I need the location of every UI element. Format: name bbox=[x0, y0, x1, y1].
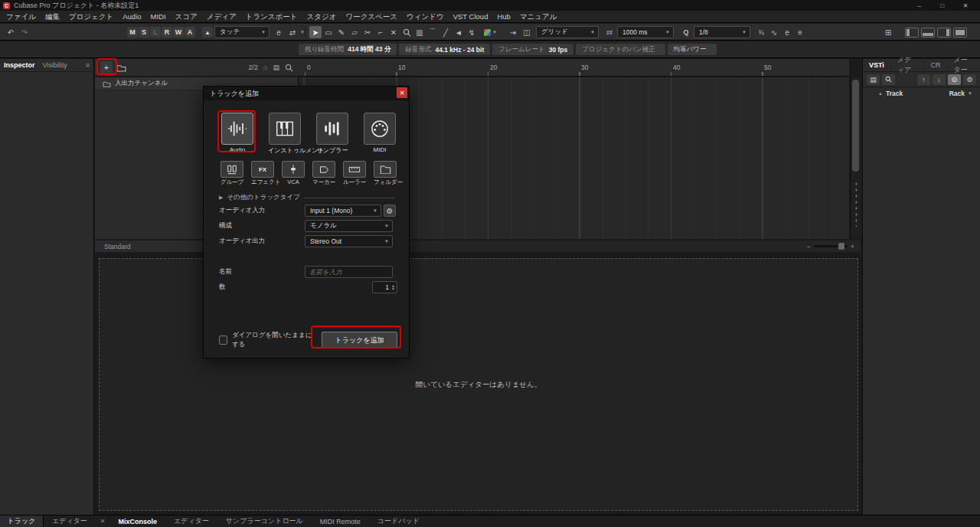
audio-output-dropdown[interactable]: Stereo Out ▼ bbox=[305, 235, 393, 247]
draw-tool[interactable]: ✎ bbox=[335, 26, 348, 38]
automation-mode-dropdown[interactable]: タッチ ▼ bbox=[214, 26, 270, 38]
configuration-dropdown[interactable]: モノラル ▼ bbox=[305, 220, 393, 232]
split-tool[interactable]: ✂ bbox=[361, 26, 374, 38]
track-type-effect[interactable]: FX エフェクト bbox=[251, 161, 274, 186]
stepper-arrows[interactable]: ▲ ▼ bbox=[391, 284, 395, 290]
tab-editor-2[interactable]: エディター bbox=[165, 516, 217, 526]
close-editor-tab-icon[interactable]: ✕ bbox=[96, 518, 110, 525]
menu-file[interactable]: ファイル bbox=[2, 11, 41, 23]
mute-tool[interactable]: ✕ bbox=[387, 26, 400, 38]
search-icon[interactable] bbox=[882, 74, 895, 85]
tab-mixconsole[interactable]: MixConsole bbox=[110, 518, 166, 525]
menu-score[interactable]: スコア bbox=[171, 11, 202, 23]
track-name-input[interactable] bbox=[305, 266, 393, 278]
track-type-vca[interactable]: VCA bbox=[282, 161, 305, 186]
scrub-tool[interactable]: ↯ bbox=[466, 26, 478, 38]
marker-track-icon[interactable] bbox=[312, 161, 335, 178]
line-tool[interactable]: ╱ bbox=[439, 26, 452, 38]
timeline-ruler[interactable]: 0 10 20 30 40 50 bbox=[299, 59, 849, 77]
move-down-icon[interactable]: ↓ bbox=[933, 74, 946, 85]
track-type-folder[interactable]: フォルダー bbox=[374, 161, 397, 186]
tuplet-icon[interactable]: ¾ bbox=[755, 26, 767, 38]
vca-track-icon[interactable] bbox=[282, 161, 305, 178]
mute-all-button[interactable]: M bbox=[127, 27, 138, 38]
folder-track-icon[interactable] bbox=[374, 161, 397, 178]
menu-workspace[interactable]: ワークスペース bbox=[341, 11, 402, 23]
menu-media[interactable]: メディア bbox=[202, 11, 241, 23]
home-icon[interactable]: ⌂ bbox=[263, 64, 267, 71]
tab-midi-remote[interactable]: MIDI Remote bbox=[312, 518, 369, 525]
expand-icon[interactable]: ▼ bbox=[968, 91, 972, 96]
menu-window[interactable]: ウィンドウ bbox=[402, 11, 449, 23]
track-count-stepper[interactable]: 1 ▲ ▼ bbox=[372, 281, 397, 293]
tab-vsti[interactable]: VSTi bbox=[863, 61, 891, 69]
fx-track-icon[interactable]: FX bbox=[251, 161, 274, 178]
tab-tracks[interactable]: トラック bbox=[0, 516, 44, 527]
flip-icon[interactable]: ⇄ bbox=[286, 26, 299, 38]
lower-zone-toggle[interactable] bbox=[921, 28, 935, 38]
collapse-icon[interactable]: ▲ bbox=[878, 91, 883, 96]
menu-vst-cloud[interactable]: VST Cloud bbox=[449, 11, 493, 23]
instrument-track-icon[interactable] bbox=[269, 113, 301, 145]
comp-tool[interactable]: ▥ bbox=[413, 26, 426, 38]
quantize-dropdown[interactable]: 1/8 ▼ bbox=[694, 26, 750, 38]
menu-manual[interactable]: マニュアル bbox=[515, 11, 562, 23]
sampler-track-icon[interactable] bbox=[316, 113, 348, 145]
close-button[interactable]: ✕ bbox=[954, 2, 977, 9]
play-tool[interactable]: ◄ bbox=[452, 26, 465, 38]
write-all-button[interactable]: W bbox=[173, 27, 184, 38]
zoom-out-icon[interactable]: − bbox=[806, 243, 810, 250]
zoom-preset-dots[interactable] bbox=[854, 181, 858, 227]
vsti-track-section-label[interactable]: Track bbox=[886, 90, 903, 97]
glue-tool[interactable]: ⌐ bbox=[374, 26, 387, 38]
tab-inspector[interactable]: Inspector bbox=[4, 61, 35, 69]
add-track-button[interactable]: + bbox=[100, 61, 113, 74]
listen-all-button[interactable]: L bbox=[150, 27, 161, 38]
instrument-rack-icon[interactable]: ▤ bbox=[867, 74, 880, 85]
snap-icon[interactable]: ◫ bbox=[521, 26, 533, 38]
erase-tool[interactable]: ▱ bbox=[348, 26, 361, 38]
stepper-down-icon[interactable]: ▼ bbox=[391, 287, 395, 290]
zoom-tool[interactable] bbox=[400, 26, 413, 38]
track-type-sampler[interactable]: サンプラー bbox=[315, 113, 349, 155]
vertical-scrollbar[interactable] bbox=[850, 77, 861, 239]
zoom-slider-thumb[interactable] bbox=[838, 243, 844, 250]
menu-hub[interactable]: Hub bbox=[492, 11, 514, 23]
tab-chord-pads[interactable]: コードパッド bbox=[369, 516, 428, 526]
list-icon[interactable]: ▤ bbox=[273, 64, 279, 71]
snap-type-dropdown[interactable]: グリッド ▼ bbox=[536, 26, 599, 38]
track-type-midi[interactable]: MIDI bbox=[363, 113, 397, 155]
dialog-title-bar[interactable]: トラックを追加 ✕ bbox=[204, 87, 409, 100]
tab-visibility[interactable]: Visibility bbox=[43, 61, 67, 69]
menu-project[interactable]: プロジェクト bbox=[64, 11, 118, 23]
lanes-icon[interactable]: ≡ bbox=[794, 26, 806, 38]
zoom-slider[interactable] bbox=[814, 245, 848, 247]
quantize-panel-icon[interactable]: e bbox=[781, 26, 793, 38]
vertical-scrollbar-thumb[interactable] bbox=[852, 80, 859, 172]
minimize-button[interactable]: – bbox=[908, 2, 931, 9]
menu-transport[interactable]: トランスポート bbox=[241, 11, 302, 23]
add-track-confirm-button[interactable]: トラックを追加 bbox=[322, 332, 397, 349]
track-type-instrument[interactable]: インストゥルメント bbox=[268, 113, 302, 155]
track-type-group[interactable]: グループ bbox=[220, 161, 243, 186]
maximize-button[interactable]: □ bbox=[931, 2, 954, 9]
track-type-marker[interactable]: マーカー bbox=[312, 161, 335, 186]
automation-panel-icon[interactable]: e bbox=[273, 26, 285, 38]
undo-icon[interactable]: ↶ bbox=[5, 26, 17, 38]
grid-type-dropdown[interactable]: 1000 ms ▼ bbox=[617, 26, 674, 38]
tab-editor-1[interactable]: エディター bbox=[44, 516, 96, 526]
keep-dialog-open-checkbox[interactable] bbox=[219, 336, 227, 345]
inspector-menu-icon[interactable]: ≡ bbox=[86, 61, 90, 69]
color-tool[interactable]: ▼ bbox=[484, 26, 497, 38]
track-type-audio[interactable]: Audio bbox=[220, 113, 254, 155]
automation-mode-icon[interactable]: ▴ bbox=[202, 27, 213, 38]
zoom-in-icon[interactable]: + bbox=[851, 243, 854, 250]
menu-edit[interactable]: 編集 bbox=[41, 11, 64, 23]
object-selection-tool[interactable]: ➤ bbox=[309, 26, 322, 38]
vsti-rack-section-label[interactable]: Rack bbox=[949, 90, 965, 97]
audio-track-icon[interactable] bbox=[221, 113, 253, 145]
move-up-icon[interactable]: ↑ bbox=[917, 74, 930, 85]
track-visibility-folder-icon[interactable] bbox=[116, 64, 126, 72]
tab-media[interactable]: メディア bbox=[891, 55, 925, 75]
midi-track-icon[interactable] bbox=[364, 113, 396, 145]
